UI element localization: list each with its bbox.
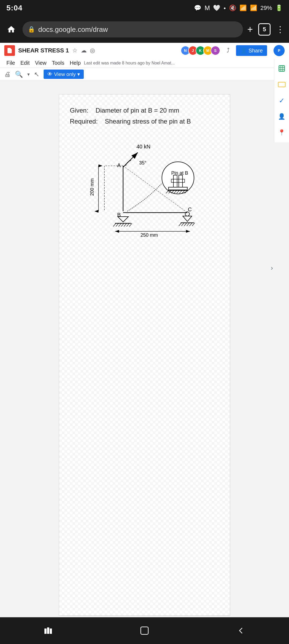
gmail-icon: M (204, 4, 210, 12)
svg-text:250 mm: 250 mm (140, 232, 158, 238)
browser-actions: + 5 ⋮ (247, 23, 285, 36)
menu-edit[interactable]: Edit (18, 59, 32, 67)
svg-rect-5 (278, 82, 285, 87)
given-section: Given: Diameter of pin at B = 20 mm Requ… (70, 105, 219, 127)
recent-apps-button[interactable] (37, 620, 59, 641)
svg-line-36 (179, 223, 181, 226)
menu-help[interactable]: Help (67, 59, 83, 67)
tasks-sidebar-icon[interactable]: ✓ (276, 95, 287, 106)
required-value: Shearing stress of the pin at B (105, 118, 191, 125)
lock-icon: 🔒 (28, 26, 35, 33)
svg-rect-61 (50, 628, 52, 634)
back-nav-button[interactable] (230, 620, 252, 641)
page-area: Given: Diameter of pin at B = 20 mm Requ… (0, 81, 289, 616)
doc-action-bar: 🖨 🔍 ▾ ↖ 👁 View only ▾ ^ (0, 68, 289, 80)
required-line: Required: Shearing stress of the pin at … (70, 116, 219, 127)
menu-file[interactable]: File (4, 59, 17, 67)
profile-avatar[interactable]: P (273, 45, 285, 56)
battery-display: 29% (260, 5, 272, 11)
svg-line-6 (123, 152, 138, 167)
required-label: Required: (70, 118, 98, 125)
content-wrapper: Given: Diameter of pin at B = 20 mm Requ… (70, 105, 219, 242)
svg-text:A: A (117, 162, 121, 168)
svg-point-44 (162, 162, 194, 194)
svg-line-33 (129, 223, 132, 227)
dot-icon: ● (223, 6, 226, 10)
svg-rect-0 (279, 66, 284, 71)
share-person-icon: 👤 (240, 47, 247, 54)
signal-icon: 📶 (250, 5, 257, 11)
dropdown-icon[interactable]: ▾ (27, 71, 30, 77)
right-sidebar: ✓ 👤 📍 (274, 59, 289, 142)
svg-line-37 (181, 223, 184, 226)
cloud-icon: ☁ (81, 47, 87, 54)
url-bar[interactable]: 🔒 docs.google.com/draw (22, 21, 243, 37)
slides-sidebar-icon[interactable] (276, 79, 287, 90)
svg-rect-62 (141, 627, 148, 634)
svg-line-28 (116, 223, 119, 227)
wifi-icon: 📶 (239, 5, 247, 11)
svg-line-27 (113, 223, 116, 227)
eye-icon: 👁 (47, 71, 52, 77)
svg-rect-59 (44, 628, 47, 634)
user-avatars: N J K M S (181, 46, 220, 55)
svg-line-41 (192, 223, 195, 226)
sheets-sidebar-icon[interactable] (276, 63, 287, 74)
given-label: Given: (70, 107, 88, 114)
drawing-canvas: Given: Diameter of pin at B = 20 mm Requ… (59, 94, 230, 616)
menu-view[interactable]: View (33, 59, 49, 67)
engineering-diagram: 40 kN A 35° 200 mm B (80, 135, 209, 242)
given-line: Given: Diameter of pin at B = 20 mm (70, 105, 219, 116)
svg-text:C: C (188, 206, 192, 212)
svg-rect-60 (47, 627, 49, 634)
browser-bar: 🔒 docs.google.com/draw + 5 ⋮ (0, 16, 289, 43)
svg-line-40 (189, 223, 192, 226)
share-history-icon: ◎ (90, 47, 95, 54)
svg-line-39 (187, 223, 189, 226)
avatar-5: S (211, 46, 220, 55)
view-only-dropdown-icon: ▾ (77, 71, 80, 77)
svg-line-29 (119, 223, 121, 227)
heart-icon: 🤍 (213, 5, 220, 11)
doc-title-icons: ☆ ☁ ◎ (72, 47, 95, 54)
svg-text:Pin at B: Pin at B (171, 170, 188, 176)
home-button[interactable] (4, 22, 18, 36)
battery-icon: 🔋 (275, 5, 283, 11)
menu-tools[interactable]: Tools (50, 59, 67, 67)
svg-line-30 (121, 223, 124, 227)
tab-count-button[interactable]: 5 (258, 23, 271, 36)
last-edit-text: Last edit was made 8 hours ago by Noel A… (84, 61, 285, 66)
url-text: docs.google.com/draw (38, 25, 108, 34)
more-menu-button[interactable]: ⋮ (276, 24, 285, 34)
time-display: 5:04 (6, 4, 22, 12)
svg-line-47 (166, 190, 169, 193)
cursor-icon[interactable]: ↖ (34, 71, 39, 78)
star-icon[interactable]: ☆ (72, 47, 78, 54)
svg-line-32 (127, 223, 129, 227)
svg-text:35°: 35° (139, 160, 146, 166)
doc-app-icon (4, 45, 15, 56)
zoom-icon[interactable]: 🔍 (15, 71, 23, 78)
add-tab-button[interactable]: + (247, 24, 253, 35)
mute-icon: 🔇 (229, 5, 236, 11)
meet-sidebar-icon[interactable]: 👤 (276, 111, 287, 122)
home-nav-button[interactable] (134, 620, 155, 641)
svg-text:200 mm: 200 mm (89, 178, 95, 196)
doc-title: SHEAR STRESS 1 (18, 47, 69, 54)
messenger-icon: 💬 (194, 5, 201, 11)
diagram-area: 40 kN A 35° 200 mm B (70, 135, 219, 242)
svg-line-31 (124, 223, 127, 227)
doc-title-bar: SHEAR STRESS 1 ☆ ☁ ◎ N J K M S ⤴ (0, 43, 289, 58)
print-icon[interactable]: 🖨 (4, 71, 11, 78)
svg-line-38 (184, 223, 187, 226)
given-value: Diameter of pin at B = 20 mm (96, 107, 179, 114)
doc-toolbar: SHEAR STRESS 1 ☆ ☁ ◎ N J K M S ⤴ (0, 43, 289, 81)
maps-sidebar-icon[interactable]: 📍 (276, 127, 287, 138)
scroll-right-indicator: › (271, 264, 273, 272)
trending-icon: ⤴ (227, 47, 230, 54)
svg-text:40 kN: 40 kN (136, 144, 150, 150)
status-icons: 💬 M 🤍 ● 🔇 📶 📶 29% 🔋 (194, 4, 283, 12)
doc-menu-bar: File Edit View Tools Help Last edit was … (0, 58, 289, 68)
share-button[interactable]: 👤 Share (236, 45, 267, 56)
view-only-button[interactable]: 👁 View only ▾ (44, 70, 84, 79)
